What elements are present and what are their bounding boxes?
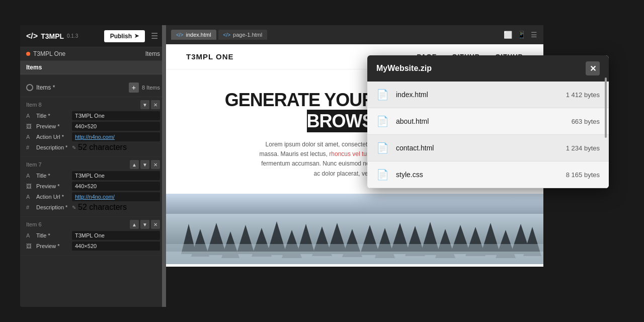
items-label-text: Items * xyxy=(36,84,126,91)
item-7-delete-btn[interactable]: ✕ xyxy=(151,160,160,169)
item-7-down-btn[interactable]: ▼ xyxy=(140,160,149,169)
link-icon-7: A xyxy=(26,194,33,200)
zip-file-item-contact: 📄 contact.html 1 234 bytes xyxy=(367,135,609,162)
url-field-name: Action Url * xyxy=(36,134,69,140)
tab-page1-html[interactable]: </> page-1.html xyxy=(218,30,268,40)
char-count-value-7: 52 characters xyxy=(78,203,127,212)
preview-field-name: Preview * xyxy=(36,123,69,129)
text-icon: A xyxy=(26,113,33,119)
image-icon: 🖼 xyxy=(26,123,33,129)
zip-file-item-index: 📄 index.html 1 412 bytes xyxy=(367,82,609,108)
more-icon-btn[interactable]: ☰ xyxy=(530,30,538,40)
file-icon-contact: 📄 xyxy=(376,142,389,154)
item-6-down-btn[interactable]: ▼ xyxy=(140,220,149,229)
item-7-title-row: A Title * xyxy=(26,171,160,180)
tabs-left: </> index.html </> page-1.html xyxy=(171,30,267,40)
item-8-delete-btn[interactable]: ✕ xyxy=(151,100,160,109)
file-name-contact: contact.html xyxy=(396,144,559,152)
item-8-url-row: A Action Url * xyxy=(26,132,160,141)
url-field-input-7[interactable] xyxy=(72,192,160,201)
tree-silhouette-svg xyxy=(166,214,543,264)
hash-icon: # xyxy=(26,144,33,150)
text-icon-6: A xyxy=(26,232,33,238)
item-7-label: Item 7 xyxy=(26,162,42,168)
publish-button[interactable]: Publish ➤ xyxy=(104,30,145,42)
image-icon-6: 🖼 xyxy=(26,243,33,249)
project-name: T3MPL One xyxy=(33,50,65,57)
item-8-down-btn[interactable]: ▼ xyxy=(140,100,149,109)
file-icon-index: 📄 xyxy=(376,89,389,101)
preview-field-input-6[interactable] xyxy=(72,242,160,251)
preview-field-input[interactable] xyxy=(72,122,160,131)
desc-field-name-7: Description * xyxy=(36,204,69,210)
char-count-8: ✎ 52 characters xyxy=(72,143,127,152)
title-field-input-6[interactable] xyxy=(72,231,160,240)
preview-tabs: </> index.html </> page-1.html ⬜ 📱 ☰ xyxy=(166,25,543,44)
circle-icon xyxy=(26,84,33,91)
item-block-7: Item 7 ▲ ▼ ✕ A Title * 🖼 Preview * xyxy=(20,157,166,217)
item-6-controls: ▲ ▼ ✕ xyxy=(130,220,160,229)
item-8-header: Item 8 ▼ ✕ xyxy=(26,100,160,109)
zip-scrollbar[interactable] xyxy=(605,77,607,138)
items-count: 8 Items xyxy=(142,85,160,91)
image-icon-7: 🖼 xyxy=(26,183,33,189)
project-dot xyxy=(26,52,30,56)
item-7-up-btn[interactable]: ▲ xyxy=(130,160,139,169)
editor-header: </> T3MPL 0.1.3 Publish ➤ ☰ xyxy=(20,25,166,47)
item-8-preview-row: 🖼 Preview * xyxy=(26,122,160,131)
app-name: T3MPL xyxy=(41,32,64,40)
items-tab[interactable]: Items xyxy=(20,61,166,74)
item-7-controls: ▲ ▼ ✕ xyxy=(130,160,160,169)
url-field-name-7: Action Url * xyxy=(36,194,69,200)
version-badge: 0.1.3 xyxy=(67,33,78,39)
title-field-input-7[interactable] xyxy=(72,171,160,180)
item-block-8: Item 8 ▼ ✕ A Title * 🖼 Preview * xyxy=(20,97,166,157)
char-count-value: 52 characters xyxy=(78,143,127,152)
items-section: Items * + 8 Items xyxy=(20,78,166,97)
code-tab-icon-2: </> xyxy=(223,32,230,38)
title-field-name-7: Title * xyxy=(36,173,69,179)
item-6-title-row: A Title * xyxy=(26,231,160,240)
item-6-preview-row: 🖼 Preview * xyxy=(26,242,160,251)
file-icon-css: 📄 xyxy=(376,169,389,181)
zip-file-list: 📄 index.html 1 412 bytes 📄 about.html 66… xyxy=(367,82,609,188)
editor-panel: </> T3MPL 0.1.3 Publish ➤ ☰ T3MPL One It… xyxy=(20,25,166,307)
item-6-up-btn[interactable]: ▲ xyxy=(130,220,139,229)
file-name-index: index.html xyxy=(396,91,559,99)
hash-icon-7: # xyxy=(26,204,33,210)
title-field-name-6: Title * xyxy=(36,232,69,238)
desc-field-name: Description * xyxy=(36,144,69,150)
code-tab-icon: </> xyxy=(176,32,183,38)
title-field-input[interactable] xyxy=(72,111,160,120)
edit-icon-7: ✎ xyxy=(72,205,76,210)
code-icon: </> xyxy=(26,32,38,41)
item-7-desc-row: # Description * ✎ 52 characters xyxy=(26,203,160,212)
url-field-input[interactable] xyxy=(72,132,160,141)
zip-close-button[interactable]: ✕ xyxy=(586,61,600,75)
menu-button[interactable]: ☰ xyxy=(149,29,160,43)
item-8-desc-row: # Description * ✎ 52 characters xyxy=(26,143,160,152)
zip-modal-title: MyWebsite.zip xyxy=(376,64,432,73)
tab-index-label: index.html xyxy=(186,32,211,38)
tab-index-html[interactable]: </> index.html xyxy=(171,30,216,40)
text-icon-7: A xyxy=(26,173,33,179)
item-6-delete-btn[interactable]: ✕ xyxy=(151,220,160,229)
device-icons: ⬜ 📱 ☰ xyxy=(503,30,538,40)
item-6-header: Item 6 ▲ ▼ ✕ xyxy=(26,220,160,229)
file-size-css: 8 165 bytes xyxy=(566,171,600,179)
project-name-row: T3MPL One xyxy=(26,50,65,57)
desktop-icon-btn[interactable]: ⬜ xyxy=(503,30,513,40)
add-item-button[interactable]: + xyxy=(129,83,139,93)
hero-image xyxy=(166,194,543,264)
editor-content: Items * + 8 Items Item 8 ▼ ✕ A Title * xyxy=(20,74,166,307)
file-size-contact: 1 234 bytes xyxy=(566,144,600,152)
item-7-preview-row: 🖼 Preview * xyxy=(26,182,160,191)
tab-page1-label: page-1.html xyxy=(233,32,262,38)
publish-label: Publish xyxy=(110,33,132,40)
preview-field-name-6: Preview * xyxy=(36,243,69,249)
scroll-handle[interactable] xyxy=(162,25,166,307)
file-name-css: style.css xyxy=(396,171,559,179)
close-icon: ✕ xyxy=(590,64,596,73)
preview-field-input-7[interactable] xyxy=(72,182,160,191)
mobile-icon-btn[interactable]: 📱 xyxy=(516,30,527,40)
